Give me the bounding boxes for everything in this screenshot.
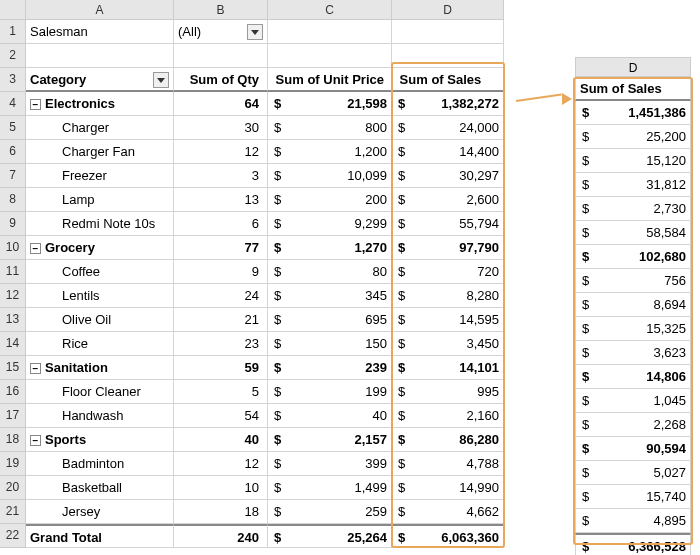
row-header[interactable]: 18	[0, 428, 26, 452]
item-label: Basketball	[26, 476, 174, 500]
row-header[interactable]: 7	[0, 164, 26, 188]
group-qty: 77	[174, 236, 268, 260]
item-price: $40	[268, 404, 392, 428]
item-sales: $4,662	[392, 500, 504, 524]
col-header-A[interactable]: A	[26, 0, 174, 20]
row-header[interactable]: 11	[0, 260, 26, 284]
dropdown-icon[interactable]	[247, 24, 263, 40]
panel2-value: $25,200	[575, 125, 691, 149]
panel2-value: $1,451,386	[575, 101, 691, 125]
comparison-column: D Sum of Sales$1,451,386$25,200$15,120$3…	[575, 57, 691, 555]
item-label: Lentils	[26, 284, 174, 308]
group-sanitation[interactable]: −Sanitation	[26, 356, 174, 380]
row-header[interactable]: 10	[0, 236, 26, 260]
panel2-value: $14,806	[575, 365, 691, 389]
arrow-annotation	[516, 94, 572, 108]
item-label: Jersey	[26, 500, 174, 524]
item-label: Charger Fan	[26, 140, 174, 164]
row-header[interactable]: 9	[0, 212, 26, 236]
item-price: $150	[268, 332, 392, 356]
row-header[interactable]: 21	[0, 500, 26, 524]
panel2-value: $756	[575, 269, 691, 293]
item-qty: 18	[174, 500, 268, 524]
empty-cell	[26, 44, 174, 68]
group-sales: $97,790	[392, 236, 504, 260]
item-price: $1,200	[268, 140, 392, 164]
dropdown-icon[interactable]	[153, 72, 169, 88]
row-header[interactable]: 19	[0, 452, 26, 476]
row-header[interactable]: 6	[0, 140, 26, 164]
col-header-B[interactable]: B	[174, 0, 268, 20]
group-qty: 59	[174, 356, 268, 380]
item-label: Floor Cleaner	[26, 380, 174, 404]
grand-total-label: Grand Total	[26, 524, 174, 548]
header-category[interactable]: Category	[26, 68, 174, 92]
collapse-icon[interactable]: −	[30, 363, 41, 374]
row-header[interactable]: 22	[0, 524, 26, 548]
pivot-table-main: A B C D 1Salesman(All)23CategorySum of Q…	[0, 0, 504, 548]
collapse-icon[interactable]: −	[30, 243, 41, 254]
row-header[interactable]: 14	[0, 332, 26, 356]
row-header[interactable]: 17	[0, 404, 26, 428]
panel2-value: $90,594	[575, 437, 691, 461]
group-qty: 64	[174, 92, 268, 116]
item-label: Badminton	[26, 452, 174, 476]
panel2-value: $31,812	[575, 173, 691, 197]
collapse-icon[interactable]: −	[30, 99, 41, 110]
group-grocery[interactable]: −Grocery	[26, 236, 174, 260]
empty-cell	[268, 20, 392, 44]
item-label: Freezer	[26, 164, 174, 188]
header-price: Sum of Unit Price	[268, 68, 392, 92]
panel2-header: Sum of Sales	[575, 77, 691, 101]
group-price: $21,598	[268, 92, 392, 116]
item-sales: $14,400	[392, 140, 504, 164]
item-sales: $30,297	[392, 164, 504, 188]
item-sales: $3,450	[392, 332, 504, 356]
filter-field-label: Salesman	[26, 20, 174, 44]
item-price: $10,099	[268, 164, 392, 188]
filter-value-dropdown[interactable]: (All)	[174, 20, 268, 44]
row-header[interactable]: 12	[0, 284, 26, 308]
item-qty: 12	[174, 140, 268, 164]
panel2-value: $8,694	[575, 293, 691, 317]
item-label: Rice	[26, 332, 174, 356]
item-qty: 54	[174, 404, 268, 428]
group-electronics[interactable]: −Electronics	[26, 92, 174, 116]
row-header[interactable]: 1	[0, 20, 26, 44]
row-header[interactable]: 16	[0, 380, 26, 404]
group-price: $2,157	[268, 428, 392, 452]
col-header-D[interactable]: D	[392, 0, 504, 20]
row-header[interactable]: 3	[0, 68, 26, 92]
item-qty: 6	[174, 212, 268, 236]
row-header[interactable]: 2	[0, 44, 26, 68]
collapse-icon[interactable]: −	[30, 435, 41, 446]
empty-cell	[392, 20, 504, 44]
item-sales: $14,595	[392, 308, 504, 332]
panel2-value: $15,120	[575, 149, 691, 173]
group-sales: $1,382,272	[392, 92, 504, 116]
group-sales: $86,280	[392, 428, 504, 452]
item-sales: $8,280	[392, 284, 504, 308]
row-header[interactable]: 20	[0, 476, 26, 500]
grand-total-qty: 240	[174, 524, 268, 548]
row-header[interactable]: 15	[0, 356, 26, 380]
item-price: $199	[268, 380, 392, 404]
row-header[interactable]: 4	[0, 92, 26, 116]
panel2-value: $58,584	[575, 221, 691, 245]
panel2-value: $5,027	[575, 461, 691, 485]
empty-cell	[174, 44, 268, 68]
item-qty: 24	[174, 284, 268, 308]
row-header[interactable]: 8	[0, 188, 26, 212]
row-header[interactable]: 5	[0, 116, 26, 140]
item-qty: 21	[174, 308, 268, 332]
item-label: Lamp	[26, 188, 174, 212]
group-sports[interactable]: −Sports	[26, 428, 174, 452]
row-header[interactable]: 13	[0, 308, 26, 332]
panel2-value: $15,740	[575, 485, 691, 509]
col-header-C[interactable]: C	[268, 0, 392, 20]
col-header-D-right[interactable]: D	[575, 57, 691, 77]
item-qty: 23	[174, 332, 268, 356]
grand-total-price: $25,264	[268, 524, 392, 548]
empty-cell	[392, 44, 504, 68]
item-label: Coffee	[26, 260, 174, 284]
